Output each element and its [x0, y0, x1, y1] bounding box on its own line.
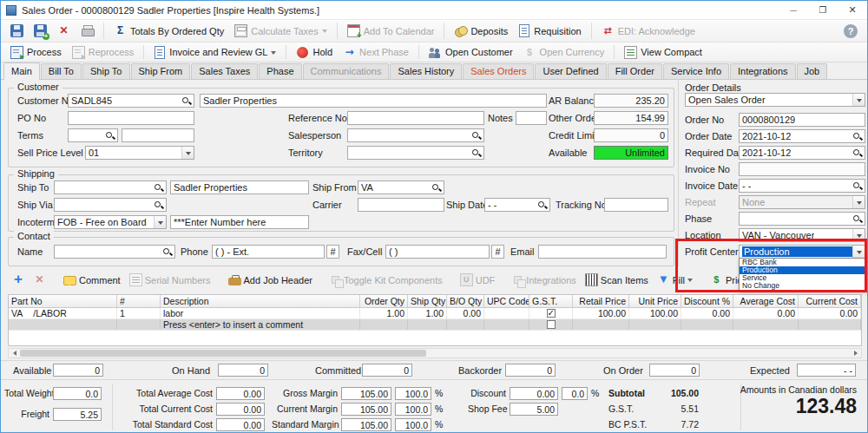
tab-job[interactable]: Job [797, 63, 828, 79]
reprocess-button[interactable]: Reprocess [68, 45, 139, 60]
fax-dial-button[interactable]: # [491, 245, 504, 259]
terms-field[interactable] [68, 128, 118, 142]
toggle-kit-components-button[interactable]: Toggle Kit Components [326, 274, 446, 285]
order-status-select[interactable]: Open Sales Order [685, 93, 865, 107]
profit-center-option-production[interactable]: Production [740, 266, 865, 274]
add-job-header-button[interactable]: Add Job Header [225, 274, 317, 285]
cell-ship-qty[interactable]: 1.00 [408, 308, 447, 318]
udf-button[interactable]: UDF [457, 273, 499, 286]
phase-field[interactable] [739, 212, 865, 226]
notes-field[interactable] [516, 111, 547, 125]
minimize-button[interactable] [779, 1, 808, 19]
tab-sales-history[interactable]: Sales History [390, 63, 462, 79]
tab-integrations[interactable]: Integrations [730, 63, 795, 79]
tab-sales-taxes[interactable]: Sales Taxes [191, 63, 258, 79]
ship-from-field[interactable]: VA [358, 180, 444, 194]
customer-name-field[interactable]: Sadler Properties [200, 94, 547, 108]
requisition-button[interactable]: Requisition [514, 23, 585, 38]
column-unit-price[interactable]: Unit Price [629, 295, 681, 307]
column-bo-qty[interactable]: B/O Qty [447, 295, 484, 307]
shop-fee-value[interactable]: 5.00 [510, 403, 558, 416]
cell-empty[interactable] [447, 319, 484, 330]
tab-ship-to[interactable]: Ship To [82, 63, 130, 79]
cell-order-qty[interactable]: 1.00 [360, 308, 408, 318]
tab-sales-orders[interactable]: Sales Orders [463, 63, 534, 79]
process-button[interactable]: Process [6, 45, 66, 60]
cell-comment-hint[interactable]: Press <enter> to insert a comment [161, 319, 360, 330]
column-part-no[interactable]: Part No [9, 295, 117, 307]
tab-service-info[interactable]: Service Info [663, 63, 729, 79]
open-currency-button[interactable]: Open Currency [519, 45, 609, 60]
required-date-field[interactable]: 2021-10-12 [739, 146, 865, 160]
cell-empty[interactable] [360, 319, 408, 330]
lookup-icon[interactable] [852, 181, 862, 191]
profit-center-option-rbc-bank[interactable]: RBC Bank [740, 259, 865, 266]
lookup-icon[interactable] [471, 148, 481, 158]
scrollbar-thumb[interactable] [20, 350, 426, 357]
lookup-icon[interactable] [471, 131, 481, 141]
incoterms-select[interactable]: FOB - Free on Board [54, 215, 167, 229]
order-date-field[interactable]: 2021-10-12 [739, 129, 865, 143]
deposits-button[interactable]: Deposits [450, 23, 512, 38]
tab-fill-order[interactable]: Fill Order [608, 63, 662, 79]
column-gst[interactable]: G.S.T. [529, 295, 573, 307]
profit-center-option-no-change[interactable]: No Change [740, 282, 865, 290]
profit-center-select[interactable]: Production [739, 245, 865, 259]
scan-items-button[interactable]: Scan Items [582, 273, 652, 286]
column-order-qty[interactable]: Order Qty [360, 295, 408, 307]
cell-empty[interactable] [484, 319, 529, 330]
column-upc-code[interactable]: UPC Code [484, 295, 529, 307]
repeat-select[interactable]: None [739, 195, 865, 209]
tab-bill-to[interactable]: Bill To [41, 63, 82, 79]
edi-acknowledge-button[interactable]: EDI: Acknowledge [597, 23, 700, 38]
po-no-field[interactable] [68, 111, 194, 125]
terms-description-field[interactable] [122, 128, 194, 142]
ship-to-field[interactable] [54, 180, 167, 194]
next-phase-button[interactable]: Next Phase [339, 45, 413, 60]
cell-empty[interactable] [573, 319, 629, 330]
tab-main[interactable]: Main [3, 62, 40, 80]
discount-pct-value[interactable]: 0.0 [562, 387, 588, 400]
gst-checkbox[interactable] [547, 309, 556, 318]
salesperson-field[interactable] [347, 128, 484, 142]
contact-name-field[interactable] [54, 245, 175, 259]
delete-button[interactable] [53, 23, 75, 38]
email-field[interactable] [538, 245, 667, 259]
scroll-left-arrow-icon[interactable] [9, 349, 19, 358]
tracking-no-field[interactable] [604, 198, 668, 212]
lookup-icon[interactable] [105, 131, 115, 141]
cell-retail-price[interactable]: 100.00 [573, 308, 629, 318]
save-create-button[interactable] [30, 23, 51, 38]
cell-empty[interactable] [629, 319, 681, 330]
invoice-and-review-gl-button[interactable]: Invoice and Review GL [149, 45, 280, 60]
add-line-button[interactable] [8, 273, 28, 286]
incoterm-number-field[interactable]: ***Enter Number here [170, 215, 309, 229]
lookup-icon[interactable] [852, 148, 862, 158]
lookup-icon[interactable] [154, 183, 163, 193]
tab-user-defined[interactable]: User Defined [535, 63, 606, 79]
lookup-icon[interactable] [154, 200, 163, 210]
cell-empty[interactable] [408, 319, 447, 330]
lookup-icon[interactable] [852, 214, 862, 224]
tab-communications[interactable]: Communications [303, 63, 390, 79]
gst-checkbox[interactable] [547, 320, 556, 329]
save-button[interactable] [6, 23, 28, 38]
view-compact-button[interactable]: View Compact [620, 45, 707, 60]
cell-line-number[interactable]: 1 [117, 308, 161, 318]
ship-date-field[interactable]: - - [484, 198, 550, 212]
tab-ship-from[interactable]: Ship From [131, 63, 191, 79]
comment-button[interactable]: Comment [60, 275, 124, 285]
column-retail-price[interactable]: Retail Price [573, 295, 629, 307]
serial-numbers-button[interactable]: Serial Numbers [126, 273, 214, 286]
hold-button[interactable]: Hold [292, 45, 337, 60]
cell-empty[interactable] [9, 319, 117, 330]
profit-center-option-service[interactable]: Service [740, 274, 865, 282]
column-ship-qty[interactable]: Ship Qty [408, 295, 447, 307]
column-line-number[interactable]: # [117, 295, 161, 307]
tab-phase[interactable]: Phase [259, 63, 301, 79]
totals-by-ordered-qty-button[interactable]: Totals By Ordered Qty [109, 23, 228, 38]
add-to-calendar-button[interactable]: Add To Calendar [343, 23, 439, 38]
freight-value[interactable]: 5.25 [53, 408, 102, 421]
cell-description[interactable]: labor [161, 308, 360, 318]
lookup-icon[interactable] [181, 96, 191, 106]
